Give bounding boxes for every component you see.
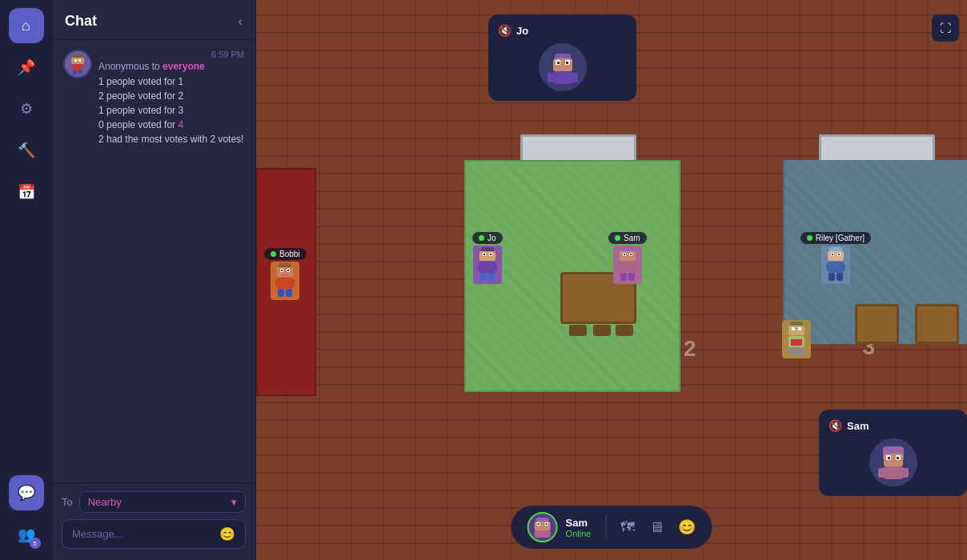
svg-rect-12 xyxy=(287,270,289,271)
chat-input-area: To Nearby ▾ 😊 xyxy=(52,482,255,560)
sam-mute-icon: 🔇 xyxy=(829,419,842,432)
svg-rect-3 xyxy=(78,59,81,62)
jo-mute-icon: 🔇 xyxy=(498,24,512,37)
sam-popup-header: 🔇 Sam xyxy=(829,419,957,432)
svg-rect-31 xyxy=(620,251,636,261)
sam-name: Sam xyxy=(624,234,640,242)
svg-rect-68 xyxy=(548,73,556,82)
svg-rect-2 xyxy=(74,59,77,62)
riley-status-dot xyxy=(807,235,813,241)
highlight-4: 4 xyxy=(178,119,183,130)
bobbi-status-dot xyxy=(271,251,276,257)
chat-close-button[interactable]: ‹ xyxy=(239,14,243,29)
svg-rect-46 xyxy=(838,254,840,255)
jo-popup-header: 🔇 Jo xyxy=(498,24,627,37)
sidebar-item-settings[interactable]: ⚙ xyxy=(9,91,44,126)
riley-sprite xyxy=(821,246,850,284)
svg-rect-15 xyxy=(275,279,280,287)
svg-rect-17 xyxy=(278,289,284,297)
svg-rect-54 xyxy=(792,327,795,330)
map-button[interactable]: 🗺 xyxy=(620,519,635,536)
player-avatar xyxy=(528,512,558,542)
svg-rect-55 xyxy=(798,327,801,330)
emoji-button[interactable]: 😊 xyxy=(219,526,235,542)
svg-rect-5 xyxy=(73,70,77,74)
chair-1 xyxy=(569,325,587,336)
svg-rect-42 xyxy=(828,251,844,261)
character-bobbi: Bobbi xyxy=(264,248,307,300)
sender-everyone: everyone xyxy=(163,61,205,72)
sam-popup-avatar xyxy=(869,438,917,486)
character-npc xyxy=(782,320,811,358)
svg-rect-27 xyxy=(492,263,497,271)
chat-recipient-select[interactable]: Nearby ▾ xyxy=(79,491,246,513)
sidebar-item-home[interactable]: ⌂ xyxy=(9,8,44,43)
svg-rect-50 xyxy=(829,273,835,281)
svg-rect-67 xyxy=(553,71,572,84)
message-line-3: 1 people voted for 3 xyxy=(98,103,244,118)
svg-rect-76 xyxy=(897,457,899,459)
expand-button[interactable]: ⛶ xyxy=(932,14,959,42)
sidebar-item-chat[interactable]: 💬 xyxy=(9,475,44,510)
sam-popup-card: 🔇 Sam xyxy=(819,410,967,496)
message-line-2: 2 people voted for 2 xyxy=(98,89,244,103)
sender-to: to xyxy=(152,61,163,72)
chat-panel: Chat ‹ 6:59 P xyxy=(52,0,256,560)
svg-rect-23 xyxy=(484,254,485,255)
jo-popup-name: Jo xyxy=(516,25,528,37)
svg-rect-65 xyxy=(557,62,560,64)
chat-icon: 💬 xyxy=(18,484,35,502)
svg-rect-20 xyxy=(479,251,496,261)
message-sender: Anonymous to everyone xyxy=(98,61,244,72)
chevron-down-icon: ▾ xyxy=(231,496,237,508)
svg-rect-69 xyxy=(570,73,578,82)
svg-rect-28 xyxy=(480,273,487,281)
pin-icon: 📌 xyxy=(18,58,35,76)
sidebar-item-build[interactable]: 🔨 xyxy=(9,133,44,168)
jo-sprite xyxy=(473,246,502,284)
emoji-status-button[interactable]: 😊 xyxy=(678,518,696,536)
hammer-icon: 🔨 xyxy=(18,142,35,159)
svg-rect-84 xyxy=(538,523,540,525)
svg-rect-59 xyxy=(797,347,804,355)
svg-rect-57 xyxy=(791,339,802,346)
svg-rect-40 xyxy=(628,273,635,281)
svg-rect-77 xyxy=(884,466,903,479)
chat-header: Chat ‹ xyxy=(52,0,255,40)
sidebar: ⌂ 📌 ⚙ 🔨 📅 💬 👥 5 xyxy=(0,0,52,560)
chat-title: Chat xyxy=(65,13,97,30)
game-canvas: 2 3 Bobbi xyxy=(256,0,967,560)
svg-rect-35 xyxy=(630,254,632,255)
bobbi-name: Bobbi xyxy=(279,250,300,258)
bobbi-label: Bobbi xyxy=(264,248,307,260)
gear-icon: ⚙ xyxy=(20,100,33,118)
sidebar-item-calendar[interactable]: 📅 xyxy=(9,174,44,210)
player-text: Sam Online xyxy=(566,517,592,538)
riley-label: Riley [Gather] xyxy=(800,232,871,244)
jo-popup-avatar xyxy=(539,43,587,91)
riley-name: Riley [Gather] xyxy=(816,234,865,242)
svg-rect-79 xyxy=(901,468,909,478)
svg-rect-49 xyxy=(841,263,845,271)
sidebar-item-pin[interactable]: 📌 xyxy=(9,50,44,85)
svg-rect-58 xyxy=(789,347,796,355)
sender-name: Anonymous xyxy=(98,61,149,72)
recipient-label: Nearby xyxy=(88,496,122,508)
svg-rect-13 xyxy=(281,274,289,276)
npc-sprite xyxy=(782,320,811,358)
expand-icon: ⛶ xyxy=(940,22,951,34)
sam-label: Sam xyxy=(608,232,647,244)
chat-to-row: To Nearby ▾ xyxy=(62,491,246,513)
player-name: Sam xyxy=(566,517,592,529)
character-riley: Riley [Gather] xyxy=(800,232,871,284)
avatar-pixel xyxy=(65,51,90,77)
message-input[interactable] xyxy=(72,528,219,540)
sidebar-item-people[interactable]: 👥 5 xyxy=(9,517,44,552)
chat-messages: 6:59 PM Anonymous to everyone 1 people v… xyxy=(52,40,255,482)
player-status: Online xyxy=(566,529,592,538)
svg-rect-78 xyxy=(878,468,886,478)
svg-rect-66 xyxy=(566,62,568,64)
screen-button[interactable]: 🖥 xyxy=(649,519,664,536)
right-table-2 xyxy=(855,304,899,344)
svg-rect-18 xyxy=(286,289,292,297)
